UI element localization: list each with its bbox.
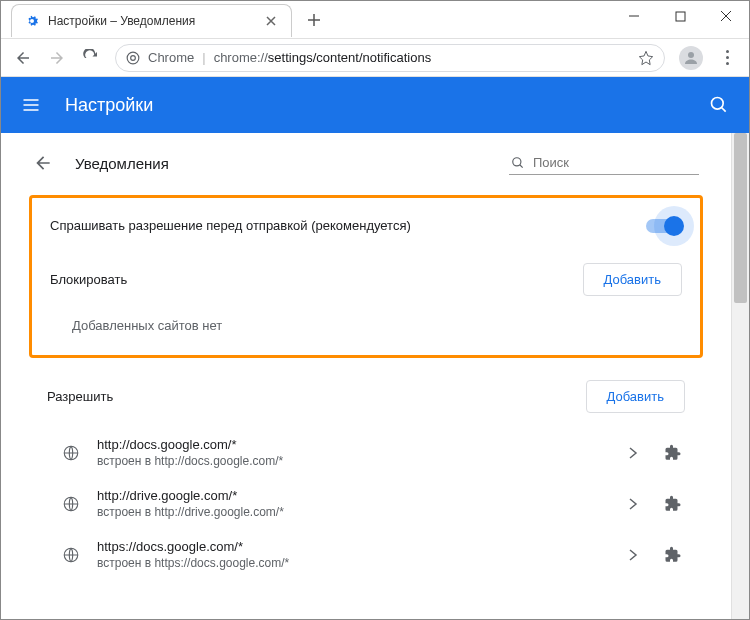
allow-add-button[interactable]: Добавить bbox=[586, 380, 685, 413]
separator: | bbox=[202, 50, 205, 65]
url-text: chrome://settings/content/notifications bbox=[214, 50, 432, 65]
globe-icon bbox=[61, 546, 81, 564]
hamburger-icon[interactable] bbox=[21, 95, 45, 115]
scrollbar-thumb[interactable] bbox=[734, 133, 747, 303]
globe-icon bbox=[61, 444, 81, 462]
page-back-button[interactable] bbox=[33, 153, 53, 173]
svg-point-3 bbox=[688, 52, 694, 58]
page-title: Уведомления bbox=[75, 155, 169, 172]
close-window-button[interactable] bbox=[703, 1, 749, 31]
extension-icon[interactable] bbox=[661, 546, 685, 564]
search-input[interactable] bbox=[533, 155, 701, 170]
allow-section-header: Разрешить Добавить bbox=[29, 358, 703, 427]
new-tab-button[interactable] bbox=[300, 6, 328, 34]
site-arrow-icon[interactable] bbox=[621, 498, 645, 510]
vertical-scrollbar[interactable] bbox=[731, 133, 749, 619]
site-arrow-icon[interactable] bbox=[621, 549, 645, 561]
page-header: Уведомления bbox=[29, 133, 703, 189]
allow-title: Разрешить bbox=[47, 389, 113, 404]
reload-button[interactable] bbox=[81, 48, 101, 68]
svg-point-2 bbox=[131, 55, 136, 60]
allow-list: http://docs.google.com/* встроен в http:… bbox=[29, 427, 703, 580]
site-sub: встроен в http://docs.google.com/* bbox=[97, 454, 605, 468]
maximize-button[interactable] bbox=[657, 1, 703, 31]
bookmark-star-icon[interactable] bbox=[638, 50, 654, 66]
close-tab-icon[interactable] bbox=[263, 13, 279, 29]
gear-icon bbox=[24, 13, 40, 29]
ask-before-send-label: Спрашивать разрешение перед отправкой (р… bbox=[50, 218, 411, 233]
settings-content: Уведомления Спрашивать разрешение перед … bbox=[1, 133, 731, 619]
browser-tab[interactable]: Настройки – Уведомления bbox=[11, 4, 292, 37]
site-row: https://docs.google.com/* встроен в http… bbox=[29, 529, 703, 580]
site-info: http://docs.google.com/* встроен в http:… bbox=[97, 437, 605, 468]
header-search-icon[interactable] bbox=[709, 95, 729, 115]
chrome-icon bbox=[126, 51, 140, 65]
site-row: http://drive.google.com/* встроен в http… bbox=[29, 478, 703, 529]
window-titlebar: Настройки – Уведомления bbox=[1, 1, 749, 39]
svg-point-5 bbox=[513, 157, 521, 165]
site-url: http://docs.google.com/* bbox=[97, 437, 605, 452]
extension-icon[interactable] bbox=[661, 495, 685, 513]
toggle-knob bbox=[664, 216, 684, 236]
settings-header: Настройки bbox=[1, 77, 749, 133]
block-add-button[interactable]: Добавить bbox=[583, 263, 682, 296]
globe-icon bbox=[61, 495, 81, 513]
site-info: https://docs.google.com/* встроен в http… bbox=[97, 539, 605, 570]
site-arrow-icon[interactable] bbox=[621, 447, 645, 459]
svg-point-1 bbox=[127, 52, 139, 64]
search-icon bbox=[511, 156, 525, 170]
address-bar[interactable]: Chrome | chrome://settings/content/notif… bbox=[115, 44, 665, 72]
window-controls bbox=[611, 1, 749, 31]
menu-button[interactable] bbox=[717, 50, 737, 65]
highlighted-section: Спрашивать разрешение перед отправкой (р… bbox=[29, 195, 703, 358]
site-url: http://drive.google.com/* bbox=[97, 488, 605, 503]
block-title: Блокировать bbox=[50, 272, 127, 287]
ask-before-toggle[interactable] bbox=[646, 219, 682, 233]
minimize-button[interactable] bbox=[611, 1, 657, 31]
site-sub: встроен в https://docs.google.com/* bbox=[97, 556, 605, 570]
block-section-header: Блокировать Добавить bbox=[32, 253, 700, 310]
site-url: https://docs.google.com/* bbox=[97, 539, 605, 554]
page-search-field[interactable] bbox=[509, 151, 699, 175]
extension-icon[interactable] bbox=[661, 444, 685, 462]
svg-point-4 bbox=[712, 98, 724, 110]
site-info: http://drive.google.com/* встроен в http… bbox=[97, 488, 605, 519]
forward-button[interactable] bbox=[47, 48, 67, 68]
site-row: http://docs.google.com/* встроен в http:… bbox=[29, 427, 703, 478]
svg-rect-0 bbox=[676, 12, 685, 21]
ask-before-send-row: Спрашивать разрешение перед отправкой (р… bbox=[32, 198, 700, 253]
tab-title: Настройки – Уведомления bbox=[48, 14, 195, 28]
secure-label: Chrome bbox=[148, 50, 194, 65]
profile-avatar[interactable] bbox=[679, 46, 703, 70]
block-empty-text: Добавленных сайтов нет bbox=[32, 310, 700, 355]
browser-toolbar: Chrome | chrome://settings/content/notif… bbox=[1, 39, 749, 77]
back-button[interactable] bbox=[13, 48, 33, 68]
site-sub: встроен в http://drive.google.com/* bbox=[97, 505, 605, 519]
header-title: Настройки bbox=[65, 95, 153, 116]
